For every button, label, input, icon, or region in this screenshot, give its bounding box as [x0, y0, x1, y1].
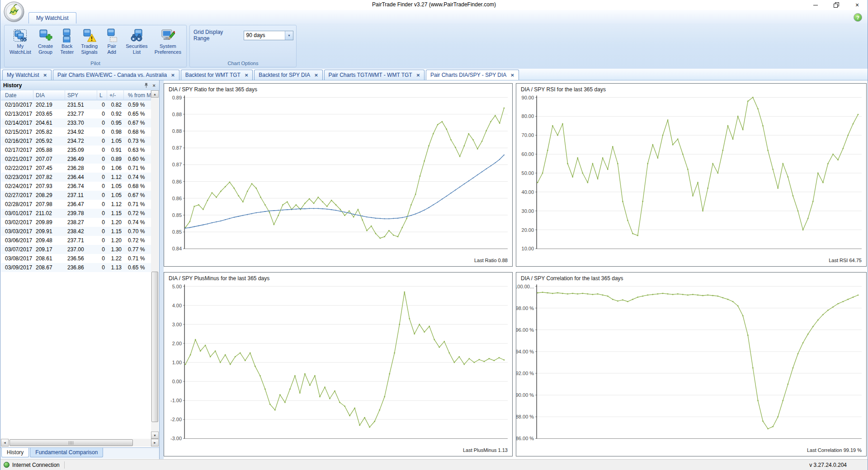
- scroll-down-icon[interactable]: ▼: [151, 432, 159, 439]
- table-row[interactable]: 02/27/2017208.29237.1101.050.67 %: [1, 191, 151, 200]
- back-tester-icon: [60, 28, 74, 42]
- rsi-chart-panel: DIA / SPY RSI for the last 365 days Last…: [516, 83, 867, 267]
- table-cell: 238.27: [65, 218, 97, 227]
- table-cell: 0: [97, 164, 107, 173]
- vertical-scrollbar-thumb[interactable]: [151, 272, 158, 423]
- series-correlation: [538, 292, 858, 429]
- table-row[interactable]: 02/15/2017205.82234.9200.980.68 %: [1, 127, 151, 136]
- column-header-dia[interactable]: DIA: [33, 90, 65, 100]
- ribbon-button-create-group[interactable]: Create Group: [37, 26, 54, 60]
- doc-tab-my-watchlist[interactable]: My WatchList ✕: [2, 70, 52, 80]
- panel-tab-fundamental-comparison[interactable]: Fundamental Comparison: [30, 448, 103, 457]
- table-cell: 1.30: [107, 245, 124, 254]
- window-controls: ×: [805, 0, 868, 10]
- tab-close-icon[interactable]: ✕: [245, 73, 248, 78]
- table-cell: 0: [97, 155, 107, 164]
- y-tick-label: 90.00: [522, 95, 534, 100]
- table-row[interactable]: 03/01/2017211.02239.7801.150.72 %: [1, 209, 151, 218]
- table-cell: 205.92: [33, 136, 65, 146]
- ribbon-button-securities-list[interactable]: Securities List: [124, 26, 149, 60]
- table-row[interactable]: 02/21/2017207.07236.4900.890.60 %: [1, 155, 151, 164]
- y-tick-label: 0.86: [172, 179, 182, 184]
- table-row[interactable]: 03/03/2017209.91238.4201.150.70 %: [1, 227, 151, 236]
- tab-close-icon[interactable]: ✕: [171, 73, 175, 78]
- table-cell: 1.06: [107, 164, 124, 173]
- ribbon-button-system-preferences[interactable]: System Preferences: [153, 26, 183, 60]
- ribbon-button-back-tester[interactable]: Back Tester: [58, 26, 75, 60]
- doc-tab-pair-charts-tgt-wmt-wmt-tgt[interactable]: Pair Charts TGT/WMT - WMT TGT ✕: [324, 70, 425, 80]
- table-cell: 0.82: [107, 100, 124, 109]
- table-cell: 0.72 %: [124, 209, 151, 218]
- table-row[interactable]: 02/23/2017207.82236.4401.120.74 %: [1, 173, 151, 182]
- close-button[interactable]: ×: [847, 0, 868, 10]
- panel-tab-history[interactable]: History: [1, 448, 29, 457]
- table-row[interactable]: 03/08/2017208.61236.5601.220.71 %: [1, 254, 151, 263]
- horizontal-scrollbar[interactable]: ◄ ►: [1, 439, 159, 446]
- chart-title: DIA / SPY Ratio for the last 365 days: [169, 86, 257, 93]
- help-button[interactable]: ?: [854, 13, 862, 22]
- create-group-icon: [38, 28, 53, 42]
- doc-tab-pair-charts-ewa-ewc-canada-vs-australia[interactable]: Pair Charts EWA/EWC - Canada vs. Austral…: [53, 70, 179, 80]
- panel-splitter[interactable]: [160, 80, 164, 460]
- horizontal-scrollbar-track[interactable]: [9, 439, 151, 446]
- table-cell: 0.71 %: [124, 254, 151, 263]
- y-tick-label: -2.00: [170, 417, 182, 422]
- table-cell: 1.15: [107, 209, 124, 218]
- table-row[interactable]: 03/09/2017208.67236.8601.130.65 %: [1, 263, 151, 272]
- ratio-chart-panel: DIA / SPY Ratio for the last 365 days La…: [164, 83, 513, 267]
- table-cell: 0: [97, 254, 107, 263]
- table-row[interactable]: 02/10/2017202.19231.5100.820.59 %: [1, 100, 151, 109]
- table-cell: 202.19: [33, 100, 65, 109]
- table-row[interactable]: 03/07/2017209.17237.0001.300.77 %: [1, 245, 151, 254]
- tab-close-icon[interactable]: ✕: [314, 73, 318, 78]
- horizontal-scrollbar-thumb[interactable]: [9, 439, 133, 446]
- table-row[interactable]: 03/06/2017209.48237.7101.200.72 %: [1, 236, 151, 245]
- table-row[interactable]: 02/24/2017207.93236.7401.050.68 %: [1, 182, 151, 191]
- titlebar: PairTrade Finder v3.27 (www.PairTradeFin…: [0, 0, 868, 10]
- scroll-up-icon[interactable]: ▲: [151, 90, 159, 98]
- y-tick-label: 94.00 %: [516, 349, 534, 354]
- doc-tab-backtest-for-wmt-tgt[interactable]: Backtest for WMT TGT ✕: [181, 70, 253, 80]
- vertical-scrollbar[interactable]: ▲ ▼: [151, 90, 159, 439]
- tab-close-icon[interactable]: ✕: [416, 73, 420, 78]
- ribbon-button-trading-signals[interactable]: Trading Signals: [80, 26, 99, 60]
- ribbon-button-label: My WatchList: [9, 43, 31, 55]
- table-row[interactable]: 02/28/2017207.98236.4701.120.71 %: [1, 200, 151, 209]
- history-panel-title: History: [0, 82, 144, 89]
- restore-button[interactable]: [826, 0, 847, 10]
- chart-title: DIA / SPY PlusMinus for the last 365 day…: [169, 275, 269, 282]
- column-header-[interactable]: +/-: [107, 90, 124, 100]
- ribbon-button-pair-add[interactable]: Pair Add: [103, 26, 120, 60]
- table-cell: 232.77: [65, 109, 97, 118]
- table-row[interactable]: 02/14/2017204.61233.7000.950.67 %: [1, 118, 151, 127]
- scrollbar-grip: [68, 441, 74, 445]
- pin-icon[interactable]: [144, 83, 149, 88]
- chart-last-value: Last RSI 64.75: [829, 258, 862, 263]
- table-row[interactable]: 02/16/2017205.92234.7201.050.73 %: [1, 136, 151, 146]
- tab-close-icon[interactable]: ✕: [43, 73, 47, 78]
- scroll-left-icon[interactable]: ◄: [1, 439, 9, 446]
- ribbon-tab-my-watchlist[interactable]: My WatchList: [28, 12, 76, 24]
- trading-signals-icon: [82, 28, 97, 42]
- tab-close-icon[interactable]: ✕: [510, 73, 514, 78]
- doc-tab-pair-charts-dia-spy-spy-dia[interactable]: Pair Charts DIA/SPY - SPY DIA ✕: [426, 70, 519, 80]
- table-row[interactable]: 02/22/2017207.45236.2801.060.71 %: [1, 164, 151, 173]
- ribbon-button-my-watchlist[interactable]: My WatchList: [8, 26, 33, 60]
- table-row[interactable]: 03/02/2017209.89238.2701.200.74 %: [1, 218, 151, 227]
- table-row[interactable]: 02/13/2017203.65232.7700.920.65 %: [1, 109, 151, 118]
- table-cell: 0.91: [107, 146, 124, 155]
- column-header-spy[interactable]: SPY: [65, 90, 97, 100]
- doc-tab-backtest-for-spy-dia[interactable]: Backtest for SPY DIA ✕: [254, 70, 322, 80]
- column-header-from-mea[interactable]: % from Mea: [124, 90, 151, 100]
- table-cell: 02/28/2017: [1, 200, 33, 209]
- column-header-l[interactable]: L: [97, 90, 107, 100]
- minimize-button[interactable]: [805, 0, 826, 10]
- dropdown-arrow-icon[interactable]: ▼: [285, 31, 293, 40]
- table-cell: 208.29: [33, 191, 65, 200]
- grid-display-range-select[interactable]: 90 days ▼: [244, 31, 293, 40]
- scroll-right-icon[interactable]: ►: [151, 439, 159, 446]
- close-panel-icon[interactable]: ×: [153, 83, 156, 88]
- app-logo-button[interactable]: [4, 1, 24, 22]
- table-row[interactable]: 02/17/2017205.88235.0900.910.63 %: [1, 146, 151, 155]
- column-header-date[interactable]: Date: [1, 90, 33, 100]
